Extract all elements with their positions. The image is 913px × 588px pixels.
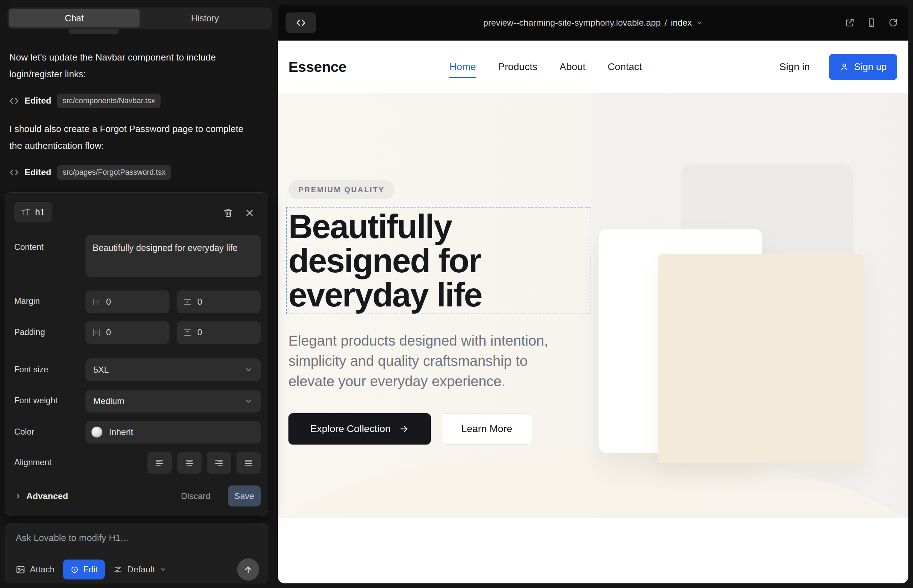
align-justify-button[interactable] <box>236 452 261 474</box>
font-weight-value: Medium <box>93 396 124 406</box>
explore-collection-label: Explore Collection <box>310 423 391 435</box>
site-nav-links: Home Products About Contact <box>449 40 642 93</box>
font-weight-select[interactable]: Medium <box>86 390 261 412</box>
advanced-toggle[interactable]: Advanced <box>14 486 68 507</box>
refresh-icon[interactable] <box>888 18 898 28</box>
sliders-icon <box>113 565 123 574</box>
auth-actions: Sign in Sign up <box>779 40 897 93</box>
nav-link-home[interactable]: Home <box>449 61 476 73</box>
arrow-up-icon <box>243 564 253 575</box>
margin-label: Margin <box>14 297 40 306</box>
padding-vertical-value: 0 <box>197 328 202 338</box>
padding-horizontal-icon <box>92 328 101 337</box>
url-path: index <box>671 18 692 28</box>
chevron-down-icon <box>696 19 703 26</box>
headline-line: Beautifully <box>288 209 482 244</box>
site-logo[interactable]: Essence <box>288 40 346 93</box>
chevron-down-icon <box>244 397 253 405</box>
open-external-icon[interactable] <box>845 18 855 28</box>
sign-in-link[interactable]: Sign in <box>779 61 810 73</box>
chat-composer: Attach Edit Default <box>5 523 268 583</box>
padding-horizontal-input[interactable]: 0 <box>86 321 170 344</box>
tab-chat[interactable]: Chat <box>9 9 139 27</box>
nav-link-contact[interactable]: Contact <box>607 61 642 73</box>
font-size-label: Font size <box>14 365 48 375</box>
sign-up-label: Sign up <box>854 61 887 73</box>
code-icon <box>9 96 19 106</box>
chevron-right-icon <box>14 492 22 500</box>
content-input[interactable]: Beautifully designed for everyday life <box>86 235 261 277</box>
font-size-value: 5XL <box>93 365 109 375</box>
site-preview: Essence Home Products About Contact Sign… <box>278 40 908 583</box>
color-swatch-icon <box>91 426 102 438</box>
padding-vertical-input[interactable]: 0 <box>176 321 261 344</box>
user-icon <box>840 62 849 71</box>
default-label: Default <box>127 564 155 575</box>
url-separator: / <box>664 18 667 28</box>
chat-sidebar: Chat History Now let's update the Navbar… <box>0 0 278 588</box>
chat-input[interactable] <box>16 533 236 543</box>
hero-section: PREMIUM QUALITY Beautifully designed for… <box>278 93 908 518</box>
hero-headline[interactable]: Beautifully designed for everyday life <box>288 209 482 312</box>
font-weight-label: Font weight <box>14 396 57 405</box>
edit-label: Edit <box>83 565 97 575</box>
send-button[interactable] <box>237 559 259 580</box>
model-selector[interactable]: Default <box>113 564 167 575</box>
alignment-label: Alignment <box>14 458 52 467</box>
margin-vertical-value: 0 <box>197 297 202 307</box>
color-label: Color <box>14 427 34 437</box>
explore-collection-button[interactable]: Explore Collection <box>288 413 431 444</box>
margin-vertical-icon <box>183 297 192 307</box>
image-icon <box>16 565 25 575</box>
margin-horizontal-input[interactable]: 0 <box>86 291 170 313</box>
assistant-message: Now let's update the Navbar component to… <box>9 49 244 82</box>
padding-label: Padding <box>14 328 45 337</box>
mobile-preview-icon[interactable] <box>866 18 877 28</box>
url-bar[interactable]: preview--charming-site-symphony.lovable.… <box>278 5 908 40</box>
content-label: Content <box>14 242 44 252</box>
arrow-right-icon <box>399 424 409 434</box>
margin-horizontal-icon <box>92 297 101 307</box>
chevron-down-icon <box>160 566 167 573</box>
edit-mode-button[interactable]: Edit <box>63 559 105 580</box>
nav-link-about[interactable]: About <box>559 61 585 73</box>
tab-history[interactable]: History <box>139 9 270 27</box>
headline-line: everyday life <box>288 278 482 312</box>
align-center-button[interactable] <box>177 452 202 474</box>
padding-vertical-icon <box>183 328 192 337</box>
element-tag-label: h1 <box>35 207 45 218</box>
premium-quality-badge: PREMIUM QUALITY <box>288 181 395 199</box>
site-navbar: Essence Home Products About Contact Sign… <box>278 40 908 93</box>
code-icon <box>9 168 19 177</box>
attach-button[interactable]: Attach <box>16 564 55 575</box>
align-right-button[interactable] <box>207 452 231 474</box>
assistant-message: I should also create a Forgot Password p… <box>9 121 244 154</box>
file-chip-forgot-password[interactable]: src/pages/ForgotPassword.tsx <box>57 165 171 180</box>
composer-toolbar: Attach Edit Default <box>16 558 259 581</box>
headline-line: designed for <box>288 244 482 278</box>
selected-element-tag: ᴛT h1 <box>14 202 52 223</box>
hero-description: Elegant products designed with intention… <box>288 331 570 391</box>
color-value: Inherit <box>109 427 133 437</box>
align-left-button[interactable] <box>147 452 172 474</box>
preview-browser-window: preview--charming-site-symphony.lovable.… <box>278 5 908 583</box>
edited-label: Edited <box>24 167 51 177</box>
discard-button[interactable]: Discard <box>181 486 210 507</box>
padding-horizontal-value: 0 <box>106 328 111 338</box>
font-size-select[interactable]: 5XL <box>86 359 261 381</box>
attach-label: Attach <box>30 564 55 575</box>
edit-target-icon <box>70 565 79 574</box>
edited-file-row: Edited src/pages/ForgotPassword.tsx <box>9 164 171 181</box>
nav-link-products[interactable]: Products <box>498 61 538 73</box>
margin-vertical-input[interactable]: 0 <box>176 291 261 313</box>
color-select[interactable]: Inherit <box>86 421 261 444</box>
close-editor-button[interactable] <box>242 205 257 220</box>
sign-up-button[interactable]: Sign up <box>829 54 897 80</box>
delete-element-button[interactable] <box>221 205 236 220</box>
element-editor-panel: ᴛT h1 Content Beautifully designed for e… <box>5 192 268 516</box>
browser-actions <box>845 5 898 40</box>
save-button[interactable]: Save <box>228 486 261 507</box>
edited-label: Edited <box>24 96 51 106</box>
file-chip-navbar[interactable]: src/components/Navbar.tsx <box>57 94 160 108</box>
learn-more-button[interactable]: Learn More <box>442 413 532 444</box>
